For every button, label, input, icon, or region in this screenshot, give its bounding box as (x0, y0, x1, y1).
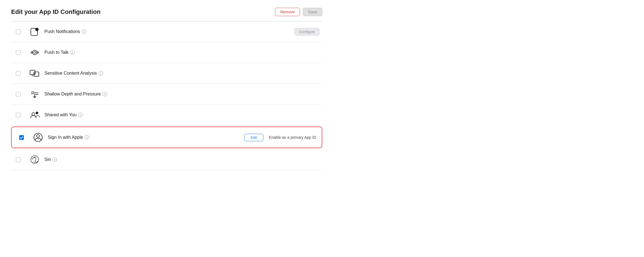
capability-row: Siri i (11, 149, 322, 170)
shallow-depth-label: Shallow Depth and Pressure i (44, 92, 322, 97)
checkbox-col (11, 71, 25, 76)
siri-info-icon[interactable]: i (53, 157, 57, 162)
shallow-depth-checkbox[interactable] (16, 92, 21, 97)
push-notifications-label: Push Notifications i (44, 29, 294, 34)
sensitive-content-text: Sensitive Content Analysis (44, 71, 97, 76)
svg-rect-4 (30, 70, 35, 75)
push-notifications-icon (29, 26, 40, 37)
push-notifications-action-col: Configure (294, 28, 319, 36)
capability-list: Push Notifications i Configure (11, 21, 322, 170)
svg-point-1 (35, 28, 39, 31)
sign-in-with-apple-text: Sign In with Apple (48, 135, 83, 140)
siri-label: Siri i (44, 157, 322, 162)
push-notifications-configure-button[interactable]: Configure (294, 28, 319, 36)
shared-with-you-text: Shared with You (44, 112, 77, 117)
shallow-depth-info-icon[interactable]: i (103, 92, 107, 96)
siri-text: Siri (44, 157, 51, 162)
sign-in-with-apple-action-col: Edit Enable as a primary App ID (244, 134, 316, 141)
checkbox-col (11, 157, 25, 162)
shallow-depth-icon-col (25, 89, 44, 99)
push-notifications-info-icon[interactable]: i (82, 29, 86, 34)
sensitive-content-label: Sensitive Content Analysis i (44, 71, 322, 76)
push-to-talk-info-icon[interactable]: i (70, 50, 75, 55)
push-notifications-text: Push Notifications (44, 29, 80, 34)
capability-row: Push to Talk i (11, 42, 322, 63)
shallow-depth-icon (29, 89, 40, 99)
checkbox-col (11, 92, 25, 97)
sign-in-with-apple-primary-label: Enable as a primary App ID (269, 135, 316, 140)
page: Edit your App ID Configuration Remove Sa… (0, 0, 333, 181)
capability-row: Shallow Depth and Pressure i (11, 84, 322, 105)
svg-rect-5 (34, 72, 39, 76)
svg-point-9 (36, 112, 38, 114)
shallow-depth-text: Shallow Depth and Pressure (44, 92, 101, 97)
shared-with-you-checkbox[interactable] (16, 113, 21, 117)
sign-in-with-apple-checkbox[interactable] (19, 135, 24, 140)
push-to-talk-label: Push to Talk i (44, 50, 322, 55)
checkbox-col (11, 29, 25, 34)
sign-in-with-apple-info-icon[interactable]: i (85, 135, 89, 140)
shared-with-you-info-icon[interactable]: i (78, 113, 83, 117)
capability-row: Push Notifications i Configure (11, 21, 322, 42)
checkbox-col (11, 50, 25, 55)
siri-icon (29, 154, 40, 165)
sensitive-content-icon (29, 68, 40, 79)
push-notifications-checkbox[interactable] (16, 29, 21, 34)
checkbox-col (11, 113, 25, 117)
sensitive-content-info-icon[interactable]: i (99, 71, 103, 75)
push-to-talk-text: Push to Talk (44, 50, 69, 55)
svg-point-8 (32, 113, 35, 115)
push-to-talk-icon (29, 47, 40, 58)
shared-with-you-icon-col (25, 110, 44, 120)
capability-row: Sensitive Content Analysis i (11, 63, 322, 84)
checkbox-col (14, 135, 28, 140)
page-title: Edit your App ID Configuration (11, 8, 101, 16)
shared-with-you-label: Shared with You i (44, 112, 322, 117)
sign-in-with-apple-icon-col (28, 132, 48, 143)
remove-button[interactable]: Remove (275, 8, 300, 16)
sign-in-with-apple-label: Sign In with Apple i (48, 135, 244, 140)
page-header: Edit your App ID Configuration Remove Sa… (11, 8, 322, 16)
push-to-talk-icon-col (25, 47, 44, 58)
sign-in-with-apple-row: Sign In with Apple i Edit Enable as a pr… (11, 127, 322, 148)
sign-in-with-apple-edit-button[interactable]: Edit (244, 134, 263, 141)
header-buttons: Remove Save (275, 8, 322, 16)
siri-icon-col (25, 154, 44, 165)
shared-with-you-icon (29, 110, 40, 120)
siri-checkbox[interactable] (16, 157, 21, 162)
push-notifications-icon-col (25, 26, 44, 37)
svg-point-3 (34, 52, 36, 54)
sensitive-content-checkbox[interactable] (16, 71, 21, 76)
capability-row: Shared with You i (11, 105, 322, 125)
save-button: Save (303, 8, 322, 16)
push-to-talk-checkbox[interactable] (16, 50, 21, 55)
sign-in-with-apple-icon (33, 132, 43, 143)
svg-point-2 (33, 50, 37, 55)
svg-point-11 (37, 135, 39, 137)
sensitive-content-icon-col (25, 68, 44, 79)
